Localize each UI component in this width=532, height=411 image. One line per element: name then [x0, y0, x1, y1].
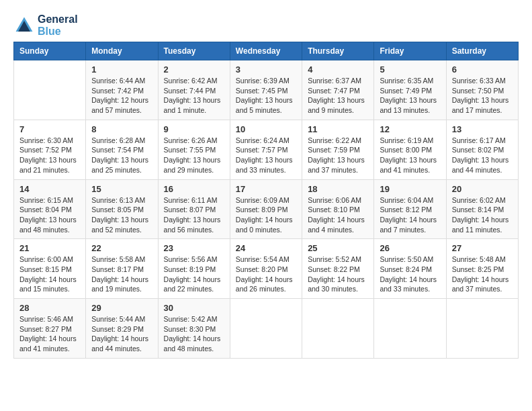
day-number: 24: [236, 243, 296, 253]
day-number: 10: [236, 124, 296, 134]
sunset: Sunset: 8:12 PM: [380, 205, 440, 215]
day-number: 27: [452, 243, 513, 253]
sunrise: Sunrise: 6:42 AM: [164, 76, 224, 86]
daylight: Daylight: 14 hours and 0 minutes.: [236, 215, 296, 234]
calendar-cell: 26 Sunrise: 5:50 AM Sunset: 8:24 PM Dayl…: [374, 239, 446, 299]
day-number: 1: [91, 64, 152, 75]
day-info: Sunrise: 6:13 AM Sunset: 8:05 PM Dayligh…: [91, 195, 152, 235]
day-info: Sunrise: 5:58 AM Sunset: 8:17 PM Dayligh…: [91, 255, 152, 294]
calendar-cell: 27 Sunrise: 5:48 AM Sunset: 8:25 PM Dayl…: [446, 239, 518, 299]
calendar-cell: [14, 60, 86, 120]
calendar-cell: 16 Sunrise: 6:11 AM Sunset: 8:07 PM Dayl…: [158, 179, 230, 239]
calendar-cell: 17 Sunrise: 6:09 AM Sunset: 8:09 PM Dayl…: [230, 179, 302, 239]
daylight: Daylight: 13 hours and 1 minute.: [164, 95, 224, 115]
calendar-cell: 3 Sunrise: 6:39 AM Sunset: 7:45 PM Dayli…: [230, 60, 302, 120]
sunrise: Sunrise: 6:11 AM: [164, 195, 224, 205]
weekday-header: Wednesday: [230, 42, 302, 60]
daylight: Daylight: 14 hours and 7 minutes.: [380, 215, 440, 234]
sunset: Sunset: 8:07 PM: [164, 205, 224, 215]
sunrise: Sunrise: 6:22 AM: [308, 136, 368, 146]
day-info: Sunrise: 6:24 AM Sunset: 7:57 PM Dayligh…: [236, 136, 296, 175]
daylight: Daylight: 14 hours and 15 minutes.: [19, 275, 80, 294]
calendar-cell: 5 Sunrise: 6:35 AM Sunset: 7:49 PM Dayli…: [374, 60, 446, 120]
daylight: Daylight: 13 hours and 52 minutes.: [91, 215, 152, 234]
sunrise: Sunrise: 5:54 AM: [236, 255, 296, 265]
day-number: 18: [308, 184, 368, 194]
sunset: Sunset: 8:27 PM: [19, 324, 80, 334]
sunrise: Sunrise: 6:04 AM: [380, 195, 440, 205]
daylight: Daylight: 13 hours and 44 minutes.: [452, 155, 513, 175]
day-info: Sunrise: 6:00 AM Sunset: 8:15 PM Dayligh…: [19, 255, 80, 294]
weekday-header: Thursday: [302, 42, 374, 60]
weekday-header: Friday: [374, 42, 446, 60]
daylight: Daylight: 13 hours and 56 minutes.: [164, 215, 224, 234]
logo: General Blue: [13, 13, 78, 38]
sunrise: Sunrise: 6:09 AM: [236, 195, 296, 205]
calendar-cell: [374, 299, 446, 359]
sunset: Sunset: 7:42 PM: [91, 86, 152, 96]
day-info: Sunrise: 5:42 AM Sunset: 8:30 PM Dayligh…: [164, 314, 224, 354]
sunset: Sunset: 7:57 PM: [236, 145, 296, 155]
day-info: Sunrise: 6:33 AM Sunset: 7:50 PM Dayligh…: [452, 76, 513, 116]
calendar-header-row: SundayMondayTuesdayWednesdayThursdayFrid…: [14, 42, 519, 60]
sunrise: Sunrise: 5:48 AM: [452, 255, 513, 265]
daylight: Daylight: 14 hours and 30 minutes.: [308, 275, 368, 294]
sunset: Sunset: 8:29 PM: [91, 324, 152, 334]
daylight: Daylight: 14 hours and 37 minutes.: [452, 275, 513, 294]
weekday-header: Saturday: [446, 42, 518, 60]
sunset: Sunset: 7:59 PM: [308, 145, 368, 155]
sunset: Sunset: 7:47 PM: [308, 86, 368, 96]
day-number: 29: [91, 303, 152, 313]
day-info: Sunrise: 6:35 AM Sunset: 7:49 PM Dayligh…: [380, 76, 440, 116]
calendar-cell: 9 Sunrise: 6:26 AM Sunset: 7:55 PM Dayli…: [158, 120, 230, 179]
sunset: Sunset: 8:15 PM: [19, 265, 80, 275]
calendar-week-row: 21 Sunrise: 6:00 AM Sunset: 8:15 PM Dayl…: [14, 239, 519, 299]
day-number: 14: [19, 184, 80, 194]
day-info: Sunrise: 6:11 AM Sunset: 8:07 PM Dayligh…: [164, 195, 224, 235]
calendar-cell: [230, 299, 302, 359]
calendar-cell: 21 Sunrise: 6:00 AM Sunset: 8:15 PM Dayl…: [14, 239, 86, 299]
day-info: Sunrise: 6:37 AM Sunset: 7:47 PM Dayligh…: [308, 76, 368, 116]
daylight: Daylight: 14 hours and 19 minutes.: [91, 275, 152, 294]
day-info: Sunrise: 6:30 AM Sunset: 7:52 PM Dayligh…: [19, 136, 80, 175]
sunrise: Sunrise: 5:58 AM: [91, 255, 152, 265]
sunrise: Sunrise: 5:52 AM: [308, 255, 368, 265]
sunset: Sunset: 7:45 PM: [236, 86, 296, 96]
calendar-week-row: 1 Sunrise: 6:44 AM Sunset: 7:42 PM Dayli…: [14, 60, 519, 120]
daylight: Daylight: 13 hours and 13 minutes.: [380, 95, 440, 115]
day-info: Sunrise: 6:28 AM Sunset: 7:54 PM Dayligh…: [91, 136, 152, 175]
day-info: Sunrise: 6:04 AM Sunset: 8:12 PM Dayligh…: [380, 195, 440, 235]
sunset: Sunset: 8:22 PM: [308, 265, 368, 275]
sunset: Sunset: 8:10 PM: [308, 205, 368, 215]
sunset: Sunset: 7:50 PM: [452, 86, 513, 96]
sunrise: Sunrise: 5:44 AM: [91, 314, 152, 324]
sunset: Sunset: 8:17 PM: [91, 265, 152, 275]
sunrise: Sunrise: 6:33 AM: [452, 76, 513, 86]
sunset: Sunset: 8:04 PM: [19, 205, 80, 215]
day-number: 13: [452, 124, 513, 134]
sunrise: Sunrise: 6:26 AM: [164, 136, 224, 146]
daylight: Daylight: 13 hours and 33 minutes.: [236, 155, 296, 175]
sunrise: Sunrise: 6:44 AM: [91, 76, 152, 86]
calendar-cell: 10 Sunrise: 6:24 AM Sunset: 7:57 PM Dayl…: [230, 120, 302, 179]
daylight: Daylight: 14 hours and 4 minutes.: [308, 215, 368, 234]
sunset: Sunset: 7:44 PM: [164, 86, 224, 96]
day-info: Sunrise: 5:48 AM Sunset: 8:25 PM Dayligh…: [452, 255, 513, 294]
day-number: 6: [452, 64, 513, 75]
calendar-week-row: 28 Sunrise: 5:46 AM Sunset: 8:27 PM Dayl…: [14, 299, 519, 359]
daylight: Daylight: 13 hours and 41 minutes.: [380, 155, 440, 175]
daylight: Daylight: 12 hours and 57 minutes.: [91, 95, 152, 115]
day-info: Sunrise: 6:42 AM Sunset: 7:44 PM Dayligh…: [164, 76, 224, 116]
day-number: 20: [452, 184, 513, 194]
daylight: Daylight: 14 hours and 41 minutes.: [19, 334, 80, 353]
calendar-cell: 29 Sunrise: 5:44 AM Sunset: 8:29 PM Dayl…: [86, 299, 158, 359]
daylight: Daylight: 13 hours and 29 minutes.: [164, 155, 224, 175]
calendar-cell: [302, 299, 374, 359]
sunrise: Sunrise: 5:56 AM: [164, 255, 224, 265]
sunset: Sunset: 7:52 PM: [19, 145, 80, 155]
daylight: Daylight: 14 hours and 22 minutes.: [164, 275, 224, 294]
calendar-week-row: 14 Sunrise: 6:15 AM Sunset: 8:04 PM Dayl…: [14, 179, 519, 239]
calendar-cell: 1 Sunrise: 6:44 AM Sunset: 7:42 PM Dayli…: [86, 60, 158, 120]
sunrise: Sunrise: 6:35 AM: [380, 76, 440, 86]
day-number: 21: [19, 243, 80, 253]
